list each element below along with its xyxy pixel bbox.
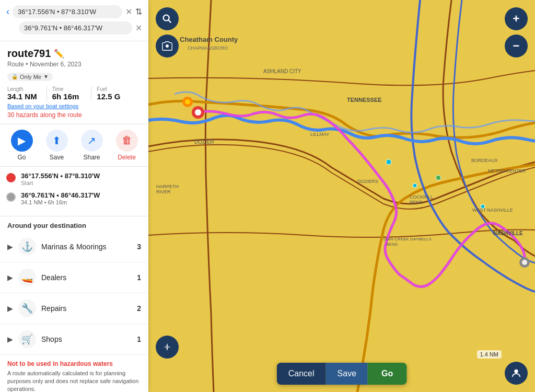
svg-text:CHAPMANSBORO: CHAPMANSBORO <box>188 45 228 51</box>
svg-text:DOZIER: DOZIER <box>194 139 214 145</box>
scale-indicator: 1.4 NM <box>477 350 502 359</box>
svg-text:Cheatham County: Cheatham County <box>180 36 238 43</box>
delete-icon: 🗑 <box>116 130 138 152</box>
back-button[interactable]: ‹ <box>6 6 9 17</box>
start-label: Start <box>21 180 100 186</box>
repairs-count: 2 <box>137 304 141 313</box>
start-coords: 36°17.556'N • 87°8.310'W <box>21 172 100 180</box>
go-icon: ▶ <box>11 130 33 152</box>
svg-text:COCKRILL: COCKRILL <box>410 194 433 200</box>
swap-icon[interactable]: ⇅ <box>135 7 142 17</box>
end-waypoint-input[interactable] <box>19 21 132 34</box>
route-name: route791 <box>7 48 51 60</box>
route-subtitle: Route • November 6, 2023 <box>7 61 141 68</box>
repairs-name: Repairs <box>41 304 137 313</box>
badge-chevron-icon: ▼ <box>43 74 49 79</box>
time-value: 6h 16m <box>52 92 86 101</box>
poi-shops[interactable]: ▶ 🛒 Shops 1 <box>0 324 148 355</box>
cancel-button[interactable]: Cancel <box>277 363 326 385</box>
fuel-label: Fuel <box>97 86 131 92</box>
disclaimer-title: Not to be used in hazardous waters <box>7 360 141 367</box>
route-badge-label: Only Me <box>20 74 41 80</box>
length-value: 34.1 NM <box>7 92 41 101</box>
shops-icon: 🛒 <box>18 330 36 348</box>
shops-expand-icon: ▶ <box>7 335 13 343</box>
end-dot <box>6 192 16 202</box>
svg-text:TENNESSEE: TENNESSEE <box>347 97 382 103</box>
svg-text:DIAN CREEK DAYBELLS: DIAN CREEK DAYBELLS <box>383 237 432 241</box>
poi-list: ▶ ⚓ Marinas & Moorings 3 ▶ 🚤 Dealers 1 ▶… <box>0 232 148 355</box>
poi-marinas[interactable]: ▶ ⚓ Marinas & Moorings 3 <box>0 232 148 262</box>
clear-start-icon[interactable]: ✕ <box>125 7 132 17</box>
svg-line-30 <box>168 20 171 22</box>
profile-button[interactable] <box>505 362 528 385</box>
svg-text:BORDEAUX: BORDEAUX <box>471 158 498 163</box>
svg-text:BEND: BEND <box>410 200 423 205</box>
dealers-icon: 🚤 <box>18 269 36 286</box>
fuel-value: 12.5 G <box>97 92 131 101</box>
zoom-in-button[interactable]: + <box>505 7 528 30</box>
delete-label: Delete <box>118 154 136 161</box>
shops-name: Shops <box>41 335 137 343</box>
marinas-expand-icon: ▶ <box>7 243 13 251</box>
clear-end-icon[interactable]: ✕ <box>135 23 142 33</box>
svg-point-33 <box>514 370 518 373</box>
route-visibility-badge[interactable]: 🔒 Only Me ▼ <box>7 73 53 81</box>
svg-point-24 <box>413 183 417 188</box>
disclaimer-text: A route automatically calculated is for … <box>7 370 141 393</box>
map-go-button[interactable]: Go <box>368 363 406 385</box>
shops-count: 1 <box>137 335 141 343</box>
go-button[interactable]: ▶ Go <box>11 130 33 161</box>
hazards-warning: 30 hazards along the route <box>7 111 141 119</box>
svg-point-25 <box>481 204 485 209</box>
boat-settings-link[interactable]: Based on your boat settings <box>7 103 141 109</box>
svg-point-26 <box>436 175 441 180</box>
map-save-button[interactable]: Save <box>326 363 368 385</box>
end-coords: 36°9.761'N • 86°46.317'W <box>21 191 100 199</box>
around-dest-label: Around your destination <box>0 216 148 232</box>
delete-button[interactable]: 🗑 Delete <box>116 130 138 161</box>
time-label: Time <box>52 86 86 92</box>
svg-text:DOZIERS: DOZIERS <box>357 179 378 184</box>
poi-repairs[interactable]: ▶ 🔧 Repairs 2 <box>0 293 148 324</box>
start-waypoint-item: 36°17.556'N • 87°8.310'W Start <box>6 172 142 186</box>
svg-marker-32 <box>164 346 171 348</box>
svg-text:METRO CENTER: METRO CENTER <box>488 168 526 174</box>
left-panel: ‹ ✕ ⇅ ✕ route791 ✏️ Route • November 6, … <box>0 0 148 392</box>
svg-text:LILLMAY: LILLMAY <box>310 132 329 137</box>
lock-icon: 🔒 <box>11 74 18 79</box>
dealers-count: 1 <box>137 273 141 282</box>
search-map-button[interactable] <box>156 7 179 30</box>
waypoint-list: 36°17.556'N • 87°8.310'W Start 36°9.761'… <box>0 167 148 216</box>
save-icon: ⬆ <box>46 130 68 152</box>
action-buttons: ▶ Go ⬆ Save ↗ Share 🗑 Delete <box>0 124 148 167</box>
edit-route-icon[interactable]: ✏️ <box>54 49 64 59</box>
start-waypoint-input[interactable] <box>13 5 122 18</box>
repairs-icon: 🔧 <box>18 299 36 317</box>
camera-button[interactable] <box>156 34 179 57</box>
marinas-name: Marinas & Moorings <box>41 243 137 251</box>
poi-dealers[interactable]: ▶ 🚤 Dealers 1 <box>0 262 148 293</box>
disclaimer: Not to be used in hazardous waters A rou… <box>0 355 148 393</box>
route-info: route791 ✏️ Route • November 6, 2023 🔒 O… <box>0 41 148 124</box>
end-waypoint-item: 36°9.761'N • 86°46.317'W 34.1 NM • 6h 16… <box>6 191 142 205</box>
svg-text:RIVER: RIVER <box>156 189 171 194</box>
map-area[interactable]: Cheatham County CHAPMANSBORO ASHLAND CIT… <box>148 0 535 392</box>
svg-text:ASHLAND CITY: ASHLAND CITY <box>263 68 301 74</box>
svg-text:BEND: BEND <box>386 242 398 247</box>
share-button[interactable]: ↗ Share <box>81 130 103 161</box>
share-label: Share <box>83 154 100 161</box>
repairs-expand-icon: ▶ <box>7 304 13 313</box>
svg-point-28 <box>522 260 527 265</box>
map-svg: Cheatham County CHAPMANSBORO ASHLAND CIT… <box>148 0 535 392</box>
zoom-out-button[interactable]: − <box>505 34 528 57</box>
svg-text:NASHVILLE: NASHVILLE <box>493 230 523 236</box>
svg-point-23 <box>386 159 391 165</box>
save-button[interactable]: ⬆ Save <box>46 130 68 161</box>
svg-text:HARPETH: HARPETH <box>156 184 179 189</box>
start-dot <box>6 173 16 182</box>
go-label: Go <box>17 154 26 161</box>
svg-point-3 <box>195 109 201 116</box>
stat-time: Time 6h 16m <box>52 86 92 101</box>
compass-button[interactable] <box>156 336 179 359</box>
